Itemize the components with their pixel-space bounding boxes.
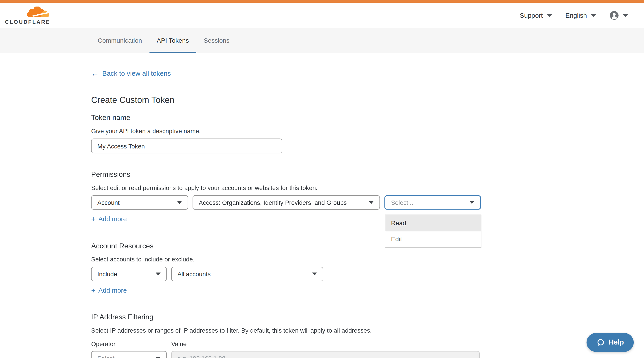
token-name-input[interactable] (91, 139, 282, 153)
permissions-description: Select edit or read permissions to apply… (91, 184, 644, 191)
chevron-down-icon (156, 357, 161, 358)
help-button[interactable]: Help (586, 333, 634, 352)
tab-sessions[interactable]: Sessions (196, 28, 237, 53)
cloudflare-wordmark: CLOUDFLARE (5, 19, 50, 25)
back-link-label: Back to view all tokens (102, 69, 171, 77)
page: CLOUDFLARE Support English Com (0, 0, 644, 358)
permission-resource-value: Access: Organizations, Identity Provider… (199, 199, 347, 206)
add-more-label: Add more (98, 287, 127, 294)
tab-label: API Tokens (157, 37, 189, 44)
permissions-row: Account Access: Organizations, Identity … (91, 195, 644, 210)
permission-scope-select[interactable]: Account (91, 195, 188, 210)
permissions-add-more-link[interactable]: + Add more (91, 215, 127, 223)
account-resources-description: Select accounts to include or exclude. (91, 256, 644, 262)
tab-bar: Communication API Tokens Sessions (0, 28, 644, 53)
account-resource-mode-select[interactable]: Include (91, 267, 167, 281)
account-resource-mode-value: Include (98, 270, 117, 277)
main-content: ← Back to view all tokens Create Custom … (0, 53, 644, 358)
account-menu[interactable] (610, 11, 628, 20)
tab-communication[interactable]: Communication (90, 28, 150, 53)
page-title: Create Custom Token (91, 95, 644, 105)
token-name-description: Give your API token a descriptive name. (91, 127, 644, 134)
ip-filtering-heading: IP Address Filtering (91, 313, 644, 321)
account-resource-scope-value: All accounts (178, 270, 211, 277)
top-accent-bar (0, 0, 644, 3)
account-resources-row: Include All accounts (91, 267, 644, 281)
help-button-label: Help (609, 338, 624, 346)
operator-label: Operator (91, 340, 171, 347)
token-name-heading: Token name (91, 113, 644, 122)
account-resource-scope-select[interactable]: All accounts (171, 267, 323, 281)
tab-label: Sessions (204, 37, 230, 44)
tab-api-tokens[interactable]: API Tokens (150, 28, 196, 53)
account-resources-heading: Account Resources (91, 242, 644, 250)
avatar-icon (610, 11, 619, 20)
ip-operator-placeholder: Select... (98, 355, 120, 358)
back-arrow-icon: ← (91, 69, 99, 77)
back-link[interactable]: ← Back to view all tokens (91, 69, 171, 77)
menu-option-read[interactable]: Read (385, 215, 481, 231)
language-menu-label: English (566, 12, 587, 19)
chat-bubble-icon (596, 338, 605, 346)
permission-scope-value: Account (98, 199, 120, 206)
ip-filtering-description: Select IP addresses or ranges of IP addr… (91, 327, 644, 334)
add-more-label: Add more (98, 215, 127, 223)
chevron-down-icon (369, 201, 374, 204)
plus-icon: + (91, 287, 95, 294)
chevron-down-icon (312, 273, 317, 276)
plus-icon: + (91, 215, 95, 223)
chevron-down-icon (623, 14, 628, 17)
ip-filtering-labels: Operator Value (91, 340, 644, 347)
permission-level-placeholder: Select... (391, 199, 413, 206)
support-menu-label: Support (520, 12, 543, 19)
chevron-down-icon (546, 14, 552, 17)
support-menu[interactable]: Support (520, 12, 552, 19)
permission-level-menu: Read Edit (385, 214, 481, 248)
header: CLOUDFLARE Support English (0, 3, 644, 28)
menu-option-edit[interactable]: Edit (385, 231, 481, 247)
cloudflare-cloud-icon (26, 6, 50, 18)
permission-resource-select[interactable]: Access: Organizations, Identity Provider… (192, 195, 380, 210)
header-menus: Support English (520, 11, 628, 20)
cloudflare-logo[interactable]: CLOUDFLARE (5, 6, 50, 25)
account-resources-add-more-link[interactable]: + Add more (91, 287, 127, 294)
ip-value-input[interactable] (171, 351, 480, 358)
ip-filtering-row: Select... (91, 351, 644, 358)
chevron-down-icon (156, 273, 161, 276)
value-label: Value (171, 340, 186, 347)
tab-label: Communication (98, 37, 142, 44)
ip-operator-select[interactable]: Select... (91, 351, 167, 358)
language-menu[interactable]: English (566, 12, 596, 19)
chevron-down-icon (590, 14, 596, 17)
permissions-heading: Permissions (91, 170, 644, 179)
chevron-down-icon (470, 201, 474, 204)
permission-level-select[interactable]: Select... Read Edit (384, 195, 481, 210)
chevron-down-icon (177, 201, 182, 204)
